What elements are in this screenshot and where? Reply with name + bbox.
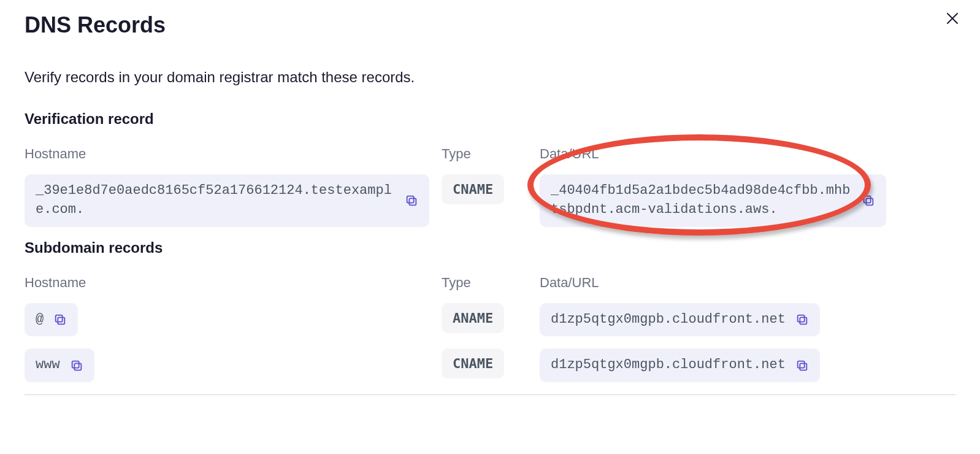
- copy-icon[interactable]: [53, 313, 67, 326]
- subdomain-record-row: www CNAME d1zp5qtgx0mgpb.cloudfront.net: [25, 348, 955, 382]
- copy-icon[interactable]: [70, 359, 83, 372]
- subdomain-hostname-pill: @: [25, 303, 78, 337]
- verification-data-pill: _40404fb1d5a2a1bdec5b4ad98de4cfbb.mhbtsb…: [540, 174, 886, 227]
- close-button[interactable]: [946, 12, 959, 27]
- page-subtitle: Verify records in your domain registrar …: [25, 69, 955, 86]
- svg-rect-8: [74, 363, 81, 370]
- subdomain-data-value: d1zp5qtgx0mgpb.cloudfront.net: [551, 356, 786, 375]
- subdomain-heading: Subdomain records: [25, 239, 955, 256]
- verification-type-value: CNAME: [442, 174, 504, 204]
- verification-hostname-pill: _39e1e8d7e0aedc8165cf52a176612124.testex…: [25, 174, 429, 227]
- copy-icon[interactable]: [795, 313, 809, 326]
- verification-hostname-value: _39e1e8d7e0aedc8165cf52a176612124.testex…: [36, 182, 395, 220]
- page-title: DNS Records: [25, 12, 955, 38]
- col-type-header: Type: [442, 146, 527, 162]
- close-icon: [946, 11, 959, 28]
- verification-data-value: _40404fb1d5a2a1bdec5b4ad98de4cfbb.mhbtsb…: [551, 182, 852, 220]
- svg-rect-6: [800, 317, 806, 324]
- copy-icon[interactable]: [795, 359, 809, 372]
- subdomain-record-row: @ ANAME d1zp5qtgx0mgpb.cloudfront.net: [25, 303, 955, 337]
- subdomain-hostname-value: @: [36, 310, 44, 329]
- subdomain-columns: Hostname Type Data/URL: [25, 275, 955, 291]
- copy-icon[interactable]: [405, 194, 418, 207]
- subdomain-data-value: d1zp5qtgx0mgpb.cloudfront.net: [551, 310, 786, 329]
- verification-record-row: _39e1e8d7e0aedc8165cf52a176612124.testex…: [25, 174, 955, 227]
- svg-rect-10: [800, 363, 806, 370]
- svg-rect-4: [58, 317, 65, 324]
- col-hostname-header: Hostname: [25, 146, 429, 162]
- copy-icon[interactable]: [862, 194, 875, 207]
- col-data-header: Data/URL: [540, 146, 955, 162]
- svg-rect-7: [798, 315, 805, 322]
- subdomain-data-pill: d1zp5qtgx0mgpb.cloudfront.net: [540, 348, 820, 382]
- subdomain-hostname-pill: www: [25, 348, 94, 382]
- svg-rect-2: [866, 198, 873, 205]
- subdomain-type-value: CNAME: [442, 348, 504, 379]
- subdomain-data-pill: d1zp5qtgx0mgpb.cloudfront.net: [540, 303, 820, 337]
- verification-heading: Verification record: [25, 110, 955, 128]
- col-hostname-header: Hostname: [25, 275, 429, 291]
- svg-rect-0: [409, 198, 416, 205]
- svg-rect-5: [56, 315, 63, 322]
- verification-columns: Hostname Type Data/URL: [25, 146, 955, 162]
- svg-rect-3: [864, 196, 871, 202]
- svg-rect-9: [72, 361, 78, 367]
- svg-rect-11: [798, 361, 805, 367]
- divider: [25, 394, 955, 395]
- col-data-header: Data/URL: [540, 275, 955, 291]
- subdomain-hostname-value: www: [36, 356, 60, 375]
- col-type-header: Type: [442, 275, 527, 291]
- svg-rect-1: [407, 196, 414, 202]
- subdomain-type-value: ANAME: [442, 303, 504, 333]
